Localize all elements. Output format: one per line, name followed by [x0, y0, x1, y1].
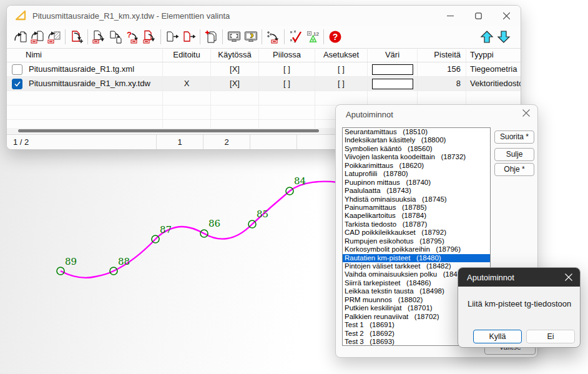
km-points-layer: 898887868584 — [57, 175, 306, 275]
suorita-button[interactable]: Suorita * — [494, 130, 534, 144]
add-file-button[interactable] — [68, 29, 85, 46]
write-red-file-button[interactable] — [180, 29, 197, 46]
km-point-label: 85 — [257, 209, 268, 220]
row-checkbox-checked[interactable] — [12, 79, 22, 89]
save-file-button[interactable] — [91, 29, 107, 46]
helper-list-item[interactable]: Rumpujen esikohotus (18795) — [343, 237, 490, 245]
kylla-button[interactable]: Kyllä — [473, 330, 522, 343]
cell-asetukset[interactable]: [ ] — [315, 62, 368, 76]
minimize-button[interactable] — [436, 6, 464, 26]
dialog-title: Aputoiminnot — [346, 110, 393, 119]
helper-list-item[interactable]: Latuprofiili (18780) — [343, 170, 490, 178]
close-icon — [565, 273, 572, 281]
toolbar-separator — [65, 29, 66, 44]
cell-pisteita: 156 — [418, 62, 466, 76]
write-file-icon — [165, 29, 180, 44]
helper-list-item[interactable]: Tarkista tiedosto (18787) — [343, 220, 490, 229]
km-curve — [61, 182, 338, 278]
helper-list-item[interactable]: Painumamittaus (18785) — [343, 204, 490, 212]
redraw-view-icon — [243, 29, 258, 44]
fit-view-icon — [227, 29, 242, 44]
cell-piilossa[interactable]: [ ] — [259, 62, 315, 76]
toolbar-separator — [87, 29, 88, 44]
cell-asetukset[interactable]: [ ] — [315, 77, 368, 91]
helper-list-item[interactable]: Puupinon mittaus (18740) — [343, 179, 490, 187]
km-point-label: 84 — [294, 175, 306, 187]
helper-list-item[interactable]: Yhdistä ominaisuuksia (18745) — [343, 195, 490, 204]
save-red-file-icon — [142, 29, 157, 44]
ohje-button[interactable]: Ohje * — [494, 163, 534, 176]
close-button[interactable] — [492, 6, 521, 26]
svg-text:12: 12 — [313, 31, 319, 37]
confirm-titlebar[interactable]: Aputoiminnot — [458, 268, 580, 287]
move-down-button[interactable] — [495, 29, 512, 46]
table-row[interactable]: Pituusmittausraide_R1.tg.xml [X] [ ] [ ]… — [7, 62, 521, 77]
cell-editoitu — [163, 62, 211, 76]
km-point-label: 87 — [160, 224, 172, 235]
new-copy-button[interactable] — [203, 29, 220, 46]
save-as-file-icon — [109, 29, 124, 44]
km-point-label: 86 — [208, 218, 220, 229]
read-multiple-button[interactable] — [46, 29, 62, 46]
cell-kaytossa[interactable]: [X] — [211, 62, 259, 76]
save-file-icon — [92, 29, 107, 44]
column-header-tyyppi[interactable]: Tyyppi — [466, 48, 521, 62]
column-header-kaytossa[interactable]: Käytössä — [211, 48, 259, 62]
helper-list-item[interactable]: Korkosymbolit poikkareihin (18796) — [343, 245, 490, 253]
close-button[interactable] — [565, 273, 572, 281]
check-points-button[interactable] — [287, 29, 304, 46]
new-copy-icon — [204, 29, 219, 44]
column-header-piilossa[interactable]: Piilossa — [259, 48, 315, 62]
helper-list-item[interactable]: Poikkarimittaus (18620) — [343, 162, 490, 170]
help-button[interactable]: ? — [326, 29, 343, 46]
column-header-vari[interactable]: Väri — [368, 48, 418, 62]
column-header-nimi[interactable]: Nimi — [7, 48, 163, 62]
titlebar[interactable]: Pituusmittausraide_R1_km.xy.tdw - Elemen… — [7, 6, 521, 26]
table-row[interactable]: Pituusmittausraide_R1_km.xy.tdw X [X] [ … — [7, 77, 521, 91]
file-name: Pituusmittausraide_R1_km.xy.tdw — [29, 77, 150, 91]
read-file-format-button[interactable] — [29, 29, 46, 46]
column-header-editoitu[interactable]: Editoitu — [163, 48, 211, 62]
check-points-icon — [288, 29, 303, 44]
scrollbar-thumb[interactable] — [18, 129, 319, 132]
points-to-file-button[interactable] — [265, 29, 282, 46]
helper-list-item[interactable]: CAD poikkileikkaukset (18792) — [343, 229, 490, 237]
save-as-file-button[interactable] — [107, 29, 124, 46]
toolbar-separator — [160, 29, 161, 44]
helper-list-item[interactable]: Symbolien kääntö (18560) — [343, 145, 490, 153]
close-icon — [503, 12, 510, 19]
read-file-button[interactable] — [12, 29, 29, 46]
table-empty-row — [7, 91, 521, 106]
helper-list-item[interactable]: Indeksikartan käsittely (18800) — [343, 136, 490, 144]
save-red-file-button[interactable] — [141, 29, 158, 46]
helper-list-item[interactable]: Paalulaatta (18743) — [343, 187, 490, 195]
color-swatch[interactable] — [372, 64, 413, 75]
svg-text:?: ? — [332, 32, 338, 42]
cell-piilossa[interactable]: [ ] — [259, 77, 315, 91]
cell-kaytossa[interactable]: [X] — [211, 77, 259, 91]
helper-list-item[interactable]: Kaapelikartoitus (18784) — [343, 212, 490, 220]
fit-view-button[interactable] — [225, 29, 242, 46]
sulje-button[interactable]: Sulje — [494, 148, 534, 161]
status-cell-1: 1 — [157, 135, 203, 149]
column-header-pisteita[interactable]: Pisteitä — [418, 48, 466, 62]
close-button[interactable] — [522, 109, 530, 117]
helper-list-item[interactable]: Viivojen laskenta koodeittain (18732) — [343, 153, 490, 161]
confirm-message: Liitä km-pisteet tg-tiedostoon — [468, 299, 571, 308]
redraw-view-button[interactable] — [242, 29, 259, 46]
add-file-icon — [69, 29, 84, 44]
triangle-numbering-button[interactable]: 12 — [304, 29, 321, 46]
save-query-button[interactable]: ? — [124, 29, 141, 46]
column-header-asetukset[interactable]: Asetukset — [315, 48, 368, 62]
helper-list-item[interactable]: Rautatien km-pisteet (18480) — [343, 254, 490, 262]
toolbar: ? — [7, 26, 521, 49]
row-checkbox[interactable] — [12, 64, 22, 75]
move-up-button[interactable] — [478, 29, 495, 46]
read-file-icon — [13, 29, 28, 44]
maximize-button[interactable] — [464, 6, 492, 26]
write-file-button[interactable] — [164, 29, 180, 46]
helper-list-item[interactable]: Seurantamittaus (18510) — [343, 128, 490, 136]
save-query-icon: ? — [125, 29, 140, 44]
color-swatch[interactable] — [372, 79, 413, 89]
ei-button[interactable]: Ei — [526, 330, 575, 343]
